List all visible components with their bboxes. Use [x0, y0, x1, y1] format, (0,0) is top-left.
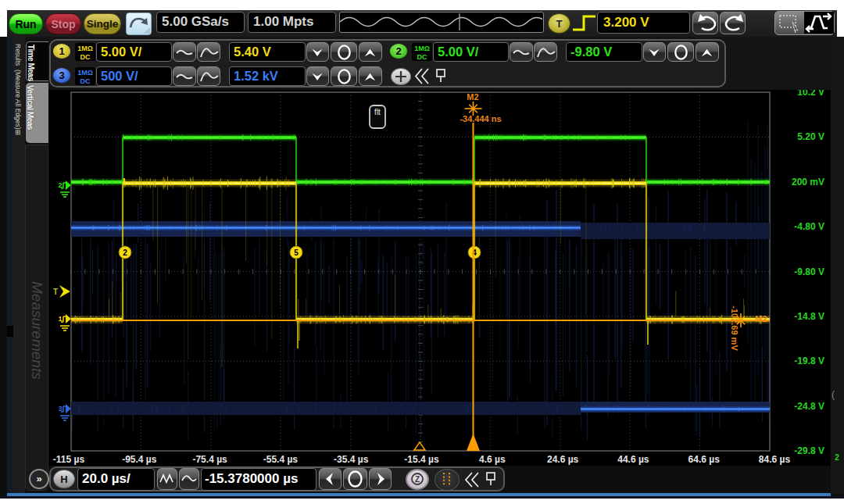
svg-text:(: ( [831, 389, 835, 400]
svg-text:64.6 µs: 64.6 µs [688, 454, 721, 465]
svg-text:5: 5 [294, 248, 299, 257]
svg-text:10.2 V: 10.2 V [797, 90, 824, 98]
svg-text:M2: M2 [755, 314, 767, 323]
svg-text:24.6 µs: 24.6 µs [547, 454, 579, 465]
svg-text:-102.69 mV: -102.69 mV [730, 306, 739, 351]
svg-text:44.6 µs: 44.6 µs [617, 454, 649, 465]
svg-text:-95.4 µs: -95.4 µs [122, 454, 157, 465]
svg-text:-55.4 µs: -55.4 µs [263, 454, 299, 465]
svg-text:-75.4 µs: -75.4 µs [192, 454, 227, 465]
svg-text:-15.4 µs: -15.4 µs [404, 454, 439, 465]
svg-text:-14.8 V: -14.8 V [794, 311, 824, 322]
svg-text:-19.8 V: -19.8 V [794, 356, 824, 366]
svg-text:-35.4 µs: -35.4 µs [334, 454, 369, 465]
svg-text:-4.80 V: -4.80 V [794, 221, 824, 232]
svg-text:5.20 V: 5.20 V [797, 131, 824, 142]
svg-text:84.6 µs: 84.6 µs [759, 454, 791, 465]
svg-text:-9.80 V: -9.80 V [794, 266, 824, 277]
svg-text:200 mV: 200 mV [792, 177, 824, 188]
svg-text:-115 µs: -115 µs [53, 454, 85, 465]
svg-text:-24.8 V: -24.8 V [794, 401, 824, 412]
svg-text:M2: M2 [467, 92, 478, 102]
svg-text:-29.8 V: -29.8 V [794, 445, 824, 456]
svg-text:4.6 µs: 4.6 µs [479, 454, 506, 465]
svg-text:Z: Z [415, 475, 420, 484]
svg-text:2: 2 [835, 453, 839, 462]
svg-text:-34.444 ns: -34.444 ns [460, 114, 501, 123]
svg-text:flt: flt [374, 108, 381, 116]
svg-text:2: 2 [123, 248, 127, 257]
svg-text:T: T [53, 288, 58, 296]
